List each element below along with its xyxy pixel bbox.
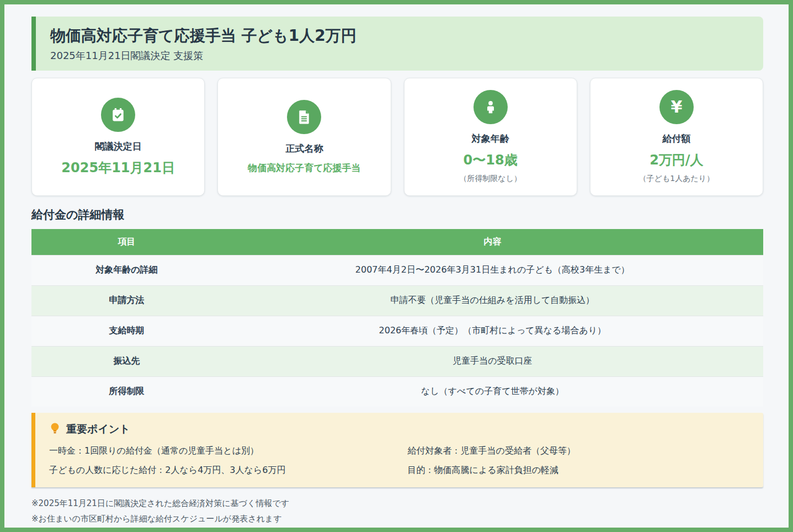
card-value: 0〜18歳 <box>464 152 518 168</box>
row-label: 振込先 <box>31 346 222 376</box>
table-row: 振込先 児童手当の受取口座 <box>31 346 763 376</box>
important-points-list: 一時金：1回限りの給付金（通常の児童手当とは別） 給付対象者：児童手当の受給者（… <box>49 445 749 476</box>
card-value: 2025年11月21日 <box>61 160 175 176</box>
lightbulb-icon <box>49 422 61 437</box>
row-value: 児童手当の受取口座 <box>222 346 763 376</box>
row-label: 支給時期 <box>31 316 222 346</box>
document-icon <box>287 100 321 134</box>
footnote: ※お住まいの市区町村から詳細な給付スケジュールが発表されます <box>31 511 763 527</box>
row-value: 2026年春頃（予定）（市町村によって異なる場合あり） <box>222 316 763 346</box>
card-label: 給付額 <box>662 132 690 145</box>
row-label: 対象年齢の詳細 <box>31 255 222 285</box>
column-header-item: 項目 <box>31 229 222 256</box>
card-value: 2万円/人 <box>650 152 703 168</box>
yen-symbol: ¥ <box>670 99 682 115</box>
page-title: 物価高対応子育て応援手当 子ども1人2万円 <box>50 25 749 46</box>
yen-icon: ¥ <box>659 90 694 124</box>
row-value: 申請不要（児童手当の仕組みを活用して自動振込） <box>222 285 763 316</box>
important-point: 子どもの人数に応じた給付：2人なら4万円、3人なら6万円 <box>49 465 391 476</box>
important-point: 給付対象者：児童手当の受給者（父母等） <box>408 445 750 457</box>
summary-cards: 閣議決定日 2025年11月21日 正式名称 物価高対応子育て応援手当 <box>31 78 763 196</box>
row-label: 所得制限 <box>31 376 222 407</box>
card-note: （子ども1人あたり） <box>639 174 715 184</box>
card-label: 対象年齢 <box>472 132 509 145</box>
page-subtitle: 2025年11月21日閣議決定 支援策 <box>50 49 749 62</box>
important-points-header: 重要ポイント <box>49 422 749 437</box>
section-title: 給付金の詳細情報 <box>31 207 763 222</box>
card-cabinet-decision-date: 閣議決定日 2025年11月21日 <box>31 78 205 196</box>
row-value: 2007年4月2日〜2026年3月31日生まれの子ども（高校3年生まで） <box>222 255 763 285</box>
card-note: （所得制限なし） <box>459 174 521 184</box>
card-benefit-amount: ¥ 給付額 2万円/人 （子ども1人あたり） <box>590 78 763 196</box>
card-value: 物価高対応子育て応援手当 <box>248 162 360 173</box>
page-header: 物価高対応子育て応援手当 子ども1人2万円 2025年11月21日閣議決定 支援… <box>31 17 763 71</box>
card-eligible-age: 対象年齢 0〜18歳 （所得制限なし） <box>404 78 577 196</box>
page-frame: 物価高対応子育て応援手当 子ども1人2万円 2025年11月21日閣議決定 支援… <box>0 0 793 532</box>
table-row: 所得制限 なし（すべての子育て世帯が対象） <box>31 376 763 407</box>
card-official-name: 正式名称 物価高対応子育て応援手当 <box>217 78 391 196</box>
row-label: 申請方法 <box>31 285 222 316</box>
table-row: 申請方法 申請不要（児童手当の仕組みを活用して自動振込） <box>31 285 763 316</box>
person-icon <box>473 90 508 124</box>
calendar-check-icon <box>101 98 135 132</box>
important-points-title: 重要ポイント <box>66 422 130 437</box>
column-header-content: 内容 <box>222 229 763 256</box>
important-point: 一時金：1回限りの給付金（通常の児童手当とは別） <box>49 445 391 457</box>
table-row: 支給時期 2026年春頃（予定）（市町村によって異なる場合あり） <box>31 316 763 346</box>
details-table: 項目 内容 対象年齢の詳細 2007年4月2日〜2026年3月31日生まれの子ど… <box>31 229 763 407</box>
important-point: 目的：物価高騰による家計負担の軽減 <box>408 465 750 476</box>
important-points-box: 重要ポイント 一時金：1回限りの給付金（通常の児童手当とは別） 給付対象者：児童… <box>31 413 763 487</box>
card-label: 閣議決定日 <box>95 140 142 153</box>
card-label: 正式名称 <box>285 142 323 155</box>
table-header-row: 項目 内容 <box>31 229 763 256</box>
table-row: 対象年齢の詳細 2007年4月2日〜2026年3月31日生まれの子ども（高校3年… <box>31 255 763 285</box>
footnote: ※2025年11月21日に閣議決定された総合経済対策に基づく情報です <box>31 496 763 512</box>
footnotes: ※2025年11月21日に閣議決定された総合経済対策に基づく情報です ※お住まい… <box>31 496 763 527</box>
row-value: なし（すべての子育て世帯が対象） <box>222 376 763 407</box>
